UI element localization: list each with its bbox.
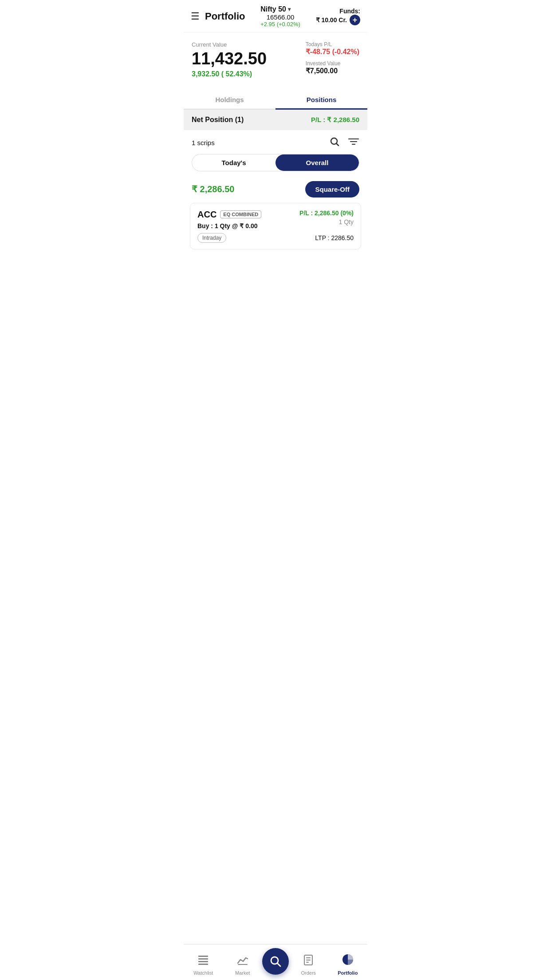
stock-qty-right: 1 Qty bbox=[299, 218, 354, 225]
app-header: ☰ Portfolio Nifty 50 ▾ 16566.00 +2.95 (+… bbox=[184, 0, 367, 32]
add-funds-button[interactable]: + bbox=[350, 15, 360, 25]
scrips-count: 1 scrips bbox=[192, 139, 215, 146]
tab-positions[interactable]: Positions bbox=[276, 91, 367, 109]
stock-card[interactable]: ACC EQ COMBINED Buy : 1 Qty @ ₹ 0.00 P/L… bbox=[190, 203, 361, 249]
search-icon[interactable] bbox=[329, 136, 340, 150]
gain-amount: 3,932.50 ( 52.43%) bbox=[192, 70, 267, 78]
stock-name: ACC EQ COMBINED bbox=[197, 209, 261, 220]
scrips-header: 1 scrips bbox=[184, 130, 367, 154]
summary-left: Current Value 11,432.50 3,932.50 ( 52.43… bbox=[192, 41, 267, 78]
toggle-overall[interactable]: Overall bbox=[276, 154, 359, 171]
current-value-label: Current Value bbox=[192, 41, 267, 48]
summary-right: Todays P/L ₹-48.75 (-0.42%) Invested Val… bbox=[306, 41, 359, 75]
net-position-bar: Net Position (1) P/L : ₹ 2,286.50 bbox=[184, 110, 367, 130]
filter-icon[interactable] bbox=[348, 136, 359, 150]
tab-holdings[interactable]: Holdings bbox=[184, 91, 276, 109]
square-off-button[interactable]: Square-Off bbox=[305, 181, 359, 198]
nifty-dropdown[interactable]: Nifty 50 ▾ bbox=[260, 5, 300, 13]
page-title: Portfolio bbox=[205, 11, 245, 22]
stock-pl: P/L : 2,286.50 (0%) bbox=[299, 209, 354, 217]
todays-pl-value: ₹-48.75 (-0.42%) bbox=[306, 47, 359, 56]
stock-card-bottom: Intraday LTP : 2286.50 bbox=[197, 233, 354, 243]
menu-icon[interactable]: ☰ bbox=[191, 11, 200, 22]
nifty-info[interactable]: Nifty 50 ▾ 16566.00 +2.95 (+0.02%) bbox=[260, 5, 300, 28]
stock-card-header: ACC EQ COMBINED Buy : 1 Qty @ ₹ 0.00 P/L… bbox=[197, 209, 354, 229]
pl-total: ₹ 2,286.50 bbox=[192, 184, 234, 194]
current-value-amount: 11,432.50 bbox=[192, 50, 267, 68]
eq-badge: EQ COMBINED bbox=[220, 210, 261, 218]
invested-value: ₹7,500.00 bbox=[306, 67, 359, 75]
stock-info-left: ACC EQ COMBINED Buy : 1 Qty @ ₹ 0.00 bbox=[197, 209, 261, 229]
invested-label: Invested Value bbox=[306, 60, 359, 67]
intraday-badge: Intraday bbox=[197, 233, 226, 243]
funds-amount: ₹ 10.00 Cr. bbox=[316, 16, 347, 24]
header-left: ☰ Portfolio bbox=[191, 11, 245, 22]
scrips-icons bbox=[329, 136, 359, 150]
stock-info-right: P/L : 2,286.50 (0%) 1 Qty bbox=[299, 209, 354, 225]
nifty-change: +2.95 (+0.02%) bbox=[260, 21, 300, 28]
net-pl-value: ₹ 2,286.50 bbox=[327, 116, 359, 123]
net-position-label: Net Position (1) bbox=[192, 116, 244, 124]
net-position-pl: P/L : ₹ 2,286.50 bbox=[311, 116, 359, 124]
svg-line-1 bbox=[337, 143, 339, 146]
toggle-todays[interactable]: Today's bbox=[192, 154, 276, 171]
nifty-value: 16566.00 bbox=[260, 13, 300, 21]
stock-buy: Buy : 1 Qty @ ₹ 0.00 bbox=[197, 222, 261, 229]
funds-section: Funds: ₹ 10.00 Cr. + bbox=[316, 8, 361, 25]
tabs-container: Holdings Positions bbox=[184, 91, 367, 110]
period-toggle: Today's Overall bbox=[192, 154, 359, 171]
funds-label: Funds: bbox=[316, 8, 361, 15]
pl-row: ₹ 2,286.50 Square-Off bbox=[184, 178, 367, 203]
summary-grid: Current Value 11,432.50 3,932.50 ( 52.43… bbox=[192, 41, 359, 78]
nifty-name: Nifty 50 bbox=[260, 5, 286, 13]
portfolio-summary: Current Value 11,432.50 3,932.50 ( 52.43… bbox=[184, 32, 367, 85]
chevron-down-icon: ▾ bbox=[288, 6, 291, 12]
ltp-value: LTP : 2286.50 bbox=[315, 234, 354, 241]
todays-pl-label: Todays P/L bbox=[306, 41, 359, 47]
funds-row: ₹ 10.00 Cr. + bbox=[316, 15, 361, 25]
